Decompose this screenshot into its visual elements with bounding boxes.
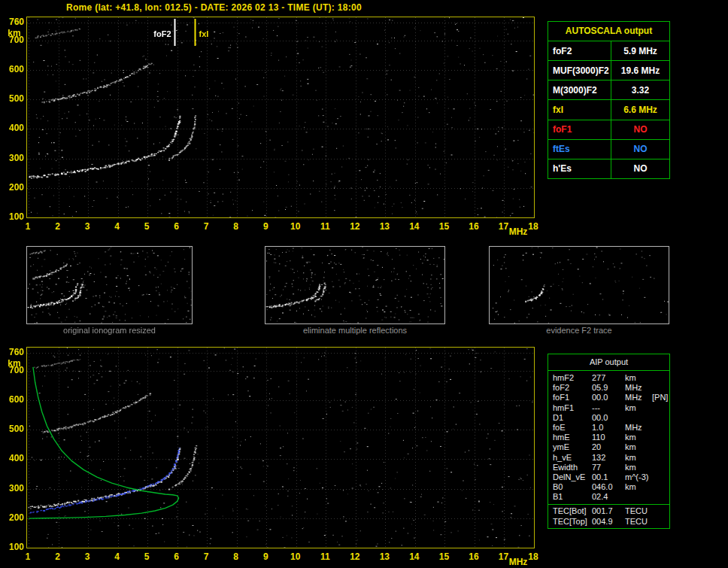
y-axis-unit-label: km <box>2 28 27 38</box>
aip-al: D1 <box>553 413 592 423</box>
aip-rows: hmF2277kmfoF205.9MHzfoF100.0MHz[PN]hmF1-… <box>548 371 669 527</box>
aip-av: 00.1 <box>592 472 625 482</box>
autoscala-row-label: fxI <box>548 100 611 119</box>
aip-av: 046.0 <box>592 482 625 492</box>
x-tick-label: 11 <box>314 551 336 562</box>
y-tick-label: 600 <box>3 394 24 405</box>
x-tick-label: 10 <box>284 551 307 562</box>
aip-ax <box>652 482 669 492</box>
aip-av: 004.9 <box>592 517 625 527</box>
aip-row: TEC[Bot]001.7TECU <box>548 506 669 516</box>
autoscala-row-value: 5.9 MHz <box>611 41 669 60</box>
x-tick-label: 10 <box>284 221 307 232</box>
aip-al: B1 <box>553 492 592 502</box>
aip-au: TECU <box>625 517 652 527</box>
thumbnail-panel-1 <box>26 246 193 324</box>
x-tick-label: 4 <box>106 221 129 232</box>
y-tick-label: 300 <box>3 153 24 163</box>
aip-av: 110 <box>592 433 625 442</box>
autoscala-row-value: 6.6 MHz <box>611 100 669 119</box>
aip-row: ymE20km <box>548 442 669 452</box>
aip-ax <box>652 423 669 433</box>
aip-al: DelN_vE <box>553 472 592 482</box>
aip-row: hmF1---km <box>548 403 669 413</box>
aip-ax <box>652 472 669 482</box>
autoscala-row-label: MUF(3000)F2 <box>548 61 611 80</box>
aip-av: 05.9 <box>592 383 625 393</box>
aip-row: D100.0 <box>548 413 669 423</box>
aip-row: hmE110km <box>548 433 669 442</box>
aip-au: TECU <box>625 506 652 516</box>
aip-au: km <box>625 482 652 492</box>
autoscala-row-value: NO <box>611 120 669 139</box>
aip-row: foF100.0MHz[PN] <box>548 393 669 402</box>
autoscala-row: foF1NO <box>548 120 669 140</box>
aip-ax <box>652 517 669 527</box>
aip-al: Ewidth <box>553 463 592 472</box>
x-tick-label: 13 <box>373 551 396 562</box>
aip-av: 001.7 <box>592 506 625 516</box>
aip-row: foE1.0MHz <box>548 423 669 433</box>
x-tick-label: 12 <box>344 551 366 562</box>
thumbnail-caption: eliminate multiple reflections <box>265 326 445 335</box>
x-tick-label: 6 <box>165 551 188 562</box>
aip-au: km <box>625 433 652 442</box>
autoscala-row: ftEsNO <box>548 140 669 159</box>
aip-au: km <box>625 403 652 413</box>
x-tick-label: 3 <box>76 551 99 562</box>
y-tick-label: 500 <box>3 93 24 104</box>
top-ionogram-panel <box>26 17 535 218</box>
x-tick-label: 2 <box>47 221 69 232</box>
aip-av: 20 <box>592 442 625 452</box>
autoscala-row-label: h'Es <box>548 159 611 178</box>
thumbnail-panel-3 <box>489 246 669 324</box>
x-tick-label: 1 <box>17 221 39 232</box>
aip-al: hmF2 <box>553 373 592 383</box>
aip-av: --- <box>592 403 625 413</box>
y-tick-label: 760 <box>3 17 24 27</box>
aip-ax <box>652 442 669 452</box>
x-tick-label: 3 <box>76 221 99 232</box>
y-axis-unit-label: km <box>2 358 27 369</box>
aip-ax <box>652 463 669 472</box>
thumbnail-canvas <box>27 247 192 323</box>
aip-ax <box>652 453 669 463</box>
x-tick-label: 14 <box>403 221 426 232</box>
y-tick-label: 300 <box>3 483 24 494</box>
aip-table-title: AIP output <box>548 354 669 371</box>
aip-al: foE <box>553 423 592 433</box>
autoscala-row: h'EsNO <box>548 159 669 178</box>
autoscala-row: fxI6.6 MHz <box>548 100 669 120</box>
y-tick-label: 500 <box>3 424 24 434</box>
x-tick-label: 16 <box>463 221 485 232</box>
x-tick-label: 6 <box>165 221 188 232</box>
aip-au: MHz <box>625 423 652 433</box>
autoscala-row-label: foF2 <box>548 41 611 60</box>
aip-av: 00.0 <box>592 393 625 402</box>
aip-av: 277 <box>592 373 625 383</box>
autoscala-row: M(3000)F23.32 <box>548 80 669 100</box>
y-tick-label: 200 <box>3 512 24 523</box>
aip-al: TEC[Bot] <box>553 506 592 516</box>
y-tick-label: 100 <box>3 542 24 552</box>
aip-al: foF1 <box>553 393 592 402</box>
aip-au <box>625 413 652 423</box>
autoscala-row-label: foF1 <box>548 120 611 139</box>
x-axis-unit-label: MHz <box>505 226 531 237</box>
x-tick-label: 5 <box>135 221 158 232</box>
top-ionogram-canvas <box>27 17 534 217</box>
x-tick-label: 15 <box>432 221 455 232</box>
aip-ax <box>652 413 669 423</box>
aip-av: 00.0 <box>592 413 625 423</box>
autoscala-table-title: AUTOSCALA output <box>548 22 669 41</box>
autoscala-row: foF25.9 MHz <box>548 41 669 61</box>
aip-av: 1.0 <box>592 423 625 433</box>
x-tick-label: 15 <box>432 551 455 562</box>
thumbnail-caption: original ionogram resized <box>26 326 193 335</box>
autoscala-application-screen: Rome (lat: +41.8, lon: 012.5) - DATE: 20… <box>0 0 728 568</box>
aip-au <box>625 492 652 502</box>
aip-au: km <box>625 453 652 463</box>
aip-au: km <box>625 373 652 383</box>
aip-ax <box>652 383 669 393</box>
aip-row: foF205.9MHz <box>548 383 669 393</box>
